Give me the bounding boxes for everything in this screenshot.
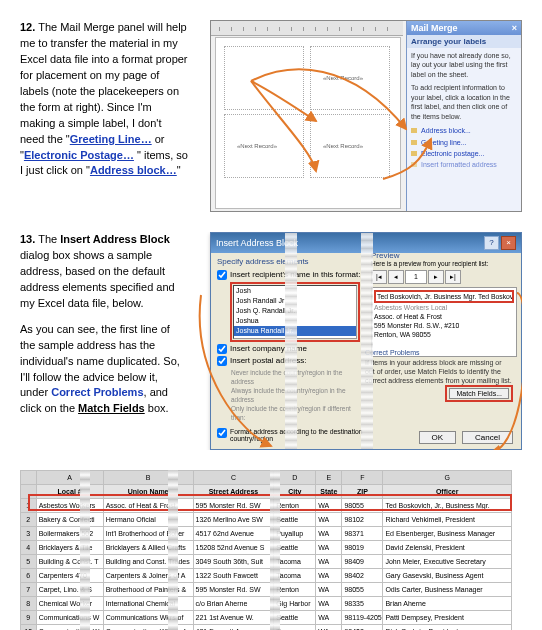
row-number[interactable]: 7 [21, 583, 37, 597]
cell[interactable]: Hermano Oficial [103, 513, 193, 527]
cell[interactable]: 98055 [342, 583, 383, 597]
row-number[interactable]: 8 [21, 597, 37, 611]
address-block-item[interactable]: Address block... [411, 125, 517, 136]
row-number[interactable]: 6 [21, 569, 37, 583]
cell[interactable]: 4517 62nd Avenue [193, 527, 274, 541]
cell[interactable]: Bakery & Confecti [36, 513, 103, 527]
cell[interactable]: Asbestos Workers [36, 499, 103, 513]
column-letter[interactable]: B [103, 471, 193, 485]
insert-postal-checkbox[interactable] [217, 356, 227, 366]
cell[interactable]: 595 Monster Rd. SW [193, 583, 274, 597]
row-number[interactable]: 9 [21, 611, 37, 625]
cell[interactable]: 98119-4205 [342, 611, 383, 625]
column-letter[interactable]: E [316, 471, 342, 485]
row-number[interactable]: 3 [21, 527, 37, 541]
cell[interactable]: Chemical Worker [36, 597, 103, 611]
cell[interactable]: Building and Const. Trades [103, 555, 193, 569]
cell[interactable]: WA [316, 499, 342, 513]
cell[interactable]: Dick Godwin, President [383, 625, 512, 631]
cell[interactable]: WA [316, 597, 342, 611]
cell[interactable]: 98102 [342, 513, 383, 527]
row-number[interactable]: 4 [21, 541, 37, 555]
insert-recipient-checkbox[interactable] [217, 270, 227, 280]
match-fields-button[interactable]: Match Fields... [449, 388, 509, 399]
cell[interactable]: WA [316, 625, 342, 631]
cell[interactable]: International Chemical [103, 597, 193, 611]
cell[interactable]: 1326 Merlino Ave SW [193, 513, 274, 527]
cell[interactable]: Carpet, Lino. & S [36, 583, 103, 597]
cell[interactable]: Tacoma [274, 625, 316, 631]
cell[interactable]: 98335 [342, 597, 383, 611]
cell[interactable]: Renton [274, 499, 316, 513]
cell[interactable]: 421 Fawcett Avenue [193, 625, 274, 631]
last-record-button[interactable]: ▸| [445, 270, 461, 284]
cell[interactable]: 98371 [342, 527, 383, 541]
cell[interactable]: Ted Boskovich, Jr., Business Mgr. [383, 499, 512, 513]
cell[interactable]: Gary Gasevski, Business Agent [383, 569, 512, 583]
row-number[interactable]: 2 [21, 513, 37, 527]
row-number[interactable]: 10 [21, 625, 37, 631]
cell[interactable]: Brotherhood of Painters & [103, 583, 193, 597]
cell[interactable]: Richard Vehkimeli, President [383, 513, 512, 527]
cell[interactable]: 595 Monster Rd. SW [193, 499, 274, 513]
cell[interactable]: WA [316, 513, 342, 527]
cell[interactable]: WA [316, 541, 342, 555]
insert-formatted-item[interactable]: Insert formatted address [411, 159, 517, 170]
cell[interactable]: Carpenters & Joiners of A [103, 569, 193, 583]
cell[interactable]: WA [316, 611, 342, 625]
first-record-button[interactable]: |◂ [371, 270, 387, 284]
cell[interactable]: 98402 [342, 569, 383, 583]
row-number[interactable]: 1 [21, 499, 37, 513]
cell[interactable]: Seattle [274, 611, 316, 625]
cell[interactable]: Patti Dempsey, President [383, 611, 512, 625]
next-record-button[interactable]: ▸ [428, 270, 444, 284]
cell[interactable]: WA [316, 555, 342, 569]
cell[interactable]: David Zelenski, President [383, 541, 512, 555]
greeting-line-item[interactable]: Greeting line... [411, 137, 517, 148]
cell[interactable]: Boilermakers 502 [36, 527, 103, 541]
insert-company-checkbox[interactable] [217, 344, 227, 354]
cell[interactable]: Seattle [274, 513, 316, 527]
column-letter[interactable]: F [342, 471, 383, 485]
column-letter[interactable]: A [36, 471, 103, 485]
cell[interactable]: Int'l Brotherhood of Boiler [103, 527, 193, 541]
row-number[interactable]: 5 [21, 555, 37, 569]
cell[interactable]: Communications Wkrs of [103, 611, 193, 625]
cell[interactable]: Communications W [36, 625, 103, 631]
cell[interactable]: WA [316, 583, 342, 597]
cell[interactable]: Seattle [274, 541, 316, 555]
column-letter[interactable]: D [274, 471, 316, 485]
cell[interactable]: 221 1st Avenue W. [193, 611, 274, 625]
close-icon[interactable]: × [501, 236, 516, 250]
cell[interactable]: Puyallup [274, 527, 316, 541]
prev-record-button[interactable]: ◂ [388, 270, 404, 284]
cell[interactable]: c/o Brian Aherne [193, 597, 274, 611]
cell[interactable]: Tacoma [274, 569, 316, 583]
cell[interactable]: 98019 [342, 541, 383, 555]
cell[interactable]: 98055 [342, 499, 383, 513]
cell[interactable]: Renton [274, 583, 316, 597]
column-letter[interactable]: G [383, 471, 512, 485]
cell[interactable]: Odis Carter, Business Manager [383, 583, 512, 597]
cell[interactable]: Carpenters 470 [36, 569, 103, 583]
cell[interactable]: Communications Wkrs. of [103, 625, 193, 631]
cancel-button[interactable]: Cancel [462, 431, 513, 444]
cell[interactable]: Brian Aherne [383, 597, 512, 611]
cell[interactable]: 3049 South 36th, Suit [193, 555, 274, 569]
ok-button[interactable]: OK [419, 431, 457, 444]
help-icon[interactable]: ? [484, 236, 499, 250]
cell[interactable]: John Meier, Executive Secretary [383, 555, 512, 569]
cell[interactable]: WA [316, 569, 342, 583]
column-letter[interactable] [21, 471, 37, 485]
cell[interactable]: WA [316, 527, 342, 541]
cell[interactable]: 1322 South Fawcett [193, 569, 274, 583]
close-icon[interactable]: × [512, 23, 517, 33]
cell[interactable]: Bricklayers & Tile [36, 541, 103, 555]
cell[interactable]: Building & Const. T [36, 555, 103, 569]
cell[interactable]: Ed Eisenberger, Business Manager [383, 527, 512, 541]
cell[interactable]: 98402 [342, 625, 383, 631]
cell[interactable]: Bricklayers & Allied Crafts [103, 541, 193, 555]
cell[interactable]: 98409 [342, 555, 383, 569]
cell[interactable]: Communications W [36, 611, 103, 625]
cell[interactable]: Assoc. of Heat & Frost [103, 499, 193, 513]
